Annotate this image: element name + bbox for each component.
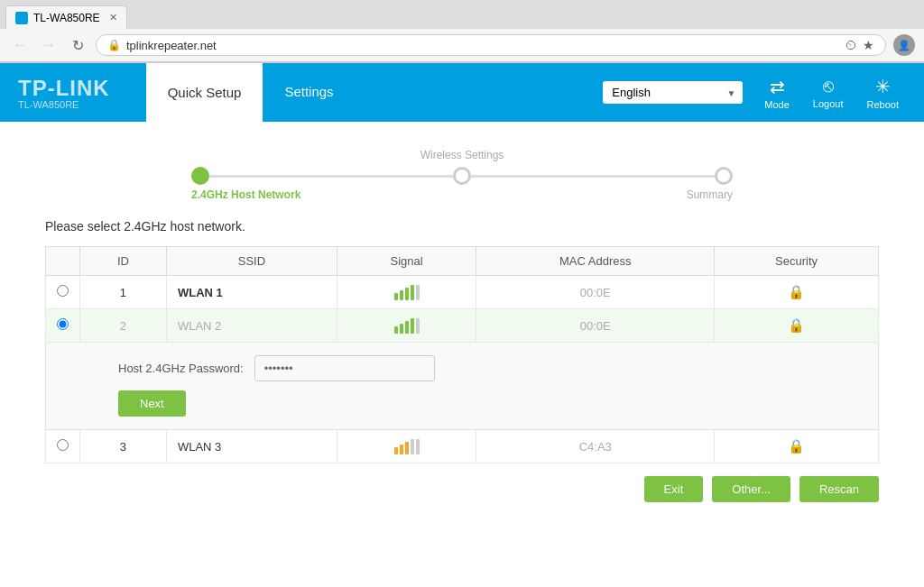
bar1 xyxy=(394,326,398,334)
reboot-label: Reboot xyxy=(867,99,899,110)
exit-button[interactable]: Exit xyxy=(644,476,704,502)
header-actions: ⇄ Mode ⎋ Logout ✳ Reboot xyxy=(757,72,906,114)
app-header: TP-LINK TL-WA850RE Quick Setup Settings … xyxy=(0,63,924,122)
reboot-button[interactable]: ✳ Reboot xyxy=(860,72,906,114)
address-bar[interactable]: 🔒 tplinkrepeater.net ⏲ ★ xyxy=(96,34,886,56)
row3-security: 🔒 xyxy=(715,430,879,463)
row2-mac: 00:0E xyxy=(476,309,715,343)
col-select xyxy=(46,247,80,276)
reboot-icon: ✳ xyxy=(875,76,891,97)
mode-button[interactable]: ⇄ Mode xyxy=(757,72,797,114)
col-security: Security xyxy=(715,247,879,276)
step-line-2 xyxy=(471,175,715,178)
password-inline-row: Host 2.4GHz Password: Next xyxy=(46,343,879,430)
col-mac: MAC Address xyxy=(476,247,715,276)
step-2-dot xyxy=(453,167,471,185)
table-header: ID SSID Signal MAC Address Security xyxy=(46,247,879,276)
bookmark-icon: ★ xyxy=(863,38,874,52)
lock-icon-2: 🔒 xyxy=(788,317,805,333)
table-row: 3 WLAN 3 C4:A3 🔒 xyxy=(46,430,879,463)
logo-tp: TP xyxy=(18,76,48,100)
profile-button[interactable]: 👤 xyxy=(893,34,915,56)
row3-ssid: WLAN 3 xyxy=(166,430,337,463)
row3-mac: C4:A3 xyxy=(476,430,715,463)
logout-button[interactable]: ⎋ Logout xyxy=(806,72,851,113)
row1-ssid: WLAN 1 xyxy=(166,276,337,309)
bar2 xyxy=(400,290,403,300)
row2-radio[interactable] xyxy=(57,318,69,330)
browser-tabs: TL-WA850RE ✕ xyxy=(0,0,924,29)
network-table: ID SSID Signal MAC Address Security 1 WL… xyxy=(45,246,879,463)
table-body: 1 WLAN 1 00:0E 🔒 xyxy=(46,276,879,463)
row2-security: 🔒 xyxy=(715,309,879,343)
page-footer: Exit Other... Rescan xyxy=(18,463,906,515)
bar3 xyxy=(405,288,409,300)
col-id: ID xyxy=(80,247,167,276)
mode-label: Mode xyxy=(764,99,790,110)
other-button[interactable]: Other... xyxy=(712,476,790,502)
bar5 xyxy=(416,318,420,334)
row1-radio[interactable] xyxy=(57,285,69,297)
bar5 xyxy=(416,285,420,300)
row3-signal xyxy=(337,430,476,463)
page-description: Please select 2.4GHz host network. xyxy=(45,219,879,234)
password-input[interactable] xyxy=(254,355,435,381)
logo-link: LINK xyxy=(56,76,110,100)
row3-radio-cell[interactable] xyxy=(46,430,80,463)
col-signal: Signal xyxy=(337,247,476,276)
step-labels: 2.4GHz Host Network Summary xyxy=(191,188,733,201)
language-select[interactable]: English Chinese xyxy=(603,81,743,104)
logo-model: TL-WA850RE xyxy=(18,99,110,110)
progress-row xyxy=(191,167,733,185)
rescan-button[interactable]: Rescan xyxy=(799,476,879,502)
table-row: 2 WLAN 2 00:0E 🔒 xyxy=(46,309,879,343)
row1-id: 1 xyxy=(80,276,167,309)
bar5 xyxy=(416,439,420,454)
signal-bars-3 xyxy=(348,438,465,454)
secure-icon: 🔒 xyxy=(107,39,121,51)
step-line-1 xyxy=(209,175,453,178)
progress-section-label: Wireless Settings xyxy=(191,149,733,161)
bar4 xyxy=(411,439,414,454)
logo-text: TP-LINK xyxy=(18,76,110,101)
tab-settings[interactable]: Settings xyxy=(263,63,355,122)
mode-icon: ⇄ xyxy=(770,76,785,97)
back-button[interactable]: ← xyxy=(9,34,31,56)
password-label: Host 2.4GHz Password: xyxy=(118,362,244,375)
language-selector-wrapper[interactable]: English Chinese xyxy=(603,81,743,104)
cast-icon: ⏲ xyxy=(845,38,857,52)
logo-dash: - xyxy=(48,76,56,100)
signal-bars-2 xyxy=(348,317,465,334)
forward-button[interactable]: → xyxy=(38,34,60,56)
logout-icon: ⎋ xyxy=(823,76,834,96)
logo-area: TP-LINK TL-WA850RE xyxy=(18,76,110,110)
row3-radio[interactable] xyxy=(57,439,69,451)
lock-icon-3: 🔒 xyxy=(788,438,805,454)
row1-mac: 00:0E xyxy=(476,276,715,309)
next-button[interactable]: Next xyxy=(118,390,186,417)
col-ssid: SSID xyxy=(166,247,337,276)
row3-id: 3 xyxy=(80,430,167,463)
bar1 xyxy=(394,447,398,454)
bar2 xyxy=(400,445,403,454)
nav-tabs: Quick Setup Settings xyxy=(146,63,356,122)
bar3 xyxy=(405,442,409,454)
step-1-label: 2.4GHz Host Network xyxy=(191,188,300,201)
browser-chrome: TL-WA850RE ✕ ← → ↻ 🔒 tplinkrepeater.net … xyxy=(0,0,924,63)
progress-section: Wireless Settings 2.4GHz Host Network Su… xyxy=(191,140,733,210)
step-3-dot xyxy=(715,167,733,185)
refresh-button[interactable]: ↻ xyxy=(67,34,88,56)
row1-security: 🔒 xyxy=(715,276,879,309)
browser-toolbar: ← → ↻ 🔒 tplinkrepeater.net ⏲ ★ 👤 xyxy=(0,29,924,62)
signal-bars-1 xyxy=(348,284,465,300)
tab-close-button[interactable]: ✕ xyxy=(109,12,117,23)
lock-icon-1: 🔒 xyxy=(788,284,805,299)
tab-quick-setup[interactable]: Quick Setup xyxy=(146,63,263,122)
browser-tab[interactable]: TL-WA850RE ✕ xyxy=(5,5,127,29)
row1-radio-cell[interactable] xyxy=(46,276,80,309)
row1-signal xyxy=(337,276,476,309)
step-1-dot xyxy=(191,167,209,185)
row2-radio-cell[interactable] xyxy=(46,309,80,343)
table-row: 1 WLAN 1 00:0E 🔒 xyxy=(46,276,879,309)
logout-label: Logout xyxy=(813,98,844,109)
